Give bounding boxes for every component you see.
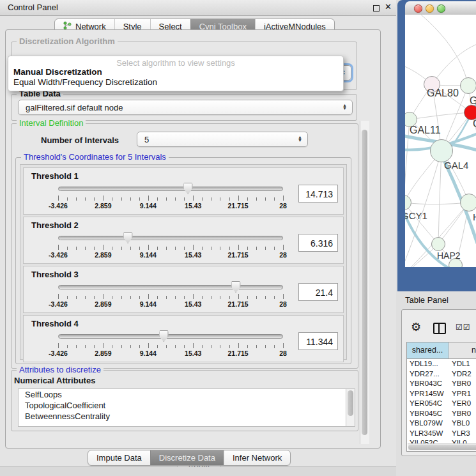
threshold-4-slider[interactable]: -3.4262.8599.14415.4321.71528	[58, 330, 283, 360]
settings-scrollbar[interactable]	[360, 121, 369, 444]
slider-tick-label: 2.859	[95, 300, 111, 308]
slider-tick	[229, 247, 230, 250]
minimize-traffic-light-icon[interactable]	[426, 4, 434, 13]
split-columns-icon[interactable]	[433, 323, 446, 334]
maximize-traffic-light-icon[interactable]	[437, 4, 445, 13]
slider-track[interactable]	[58, 285, 283, 289]
threshold-4-value-field[interactable]: 11.344	[298, 332, 338, 350]
slider-tick	[238, 294, 239, 299]
tab-infer-network[interactable]: Infer Network	[224, 450, 290, 465]
slider-tick	[202, 345, 203, 348]
tab-discretize-data[interactable]: Discretize Data	[150, 450, 224, 465]
slider-tick	[148, 196, 149, 201]
checkbox-icons[interactable]: ☑☑	[456, 323, 471, 332]
threshold-2-value-field[interactable]: 6.316	[298, 234, 338, 252]
slider-tick	[130, 296, 131, 299]
slider-tick	[247, 197, 248, 201]
table-row[interactable]: YBR043CYBR0	[407, 379, 476, 389]
numerical-attributes-list[interactable]: SelfLoops TopologicalCoefficient Between…	[18, 388, 355, 427]
close-traffic-light-icon[interactable]	[414, 4, 422, 13]
node-label-gal80: GAL80	[427, 88, 459, 99]
slider-tick	[94, 247, 95, 250]
threshold-1-value-field[interactable]: 14.713	[298, 185, 338, 203]
network-canvas[interactable]: GAL80 GA C GAL11 GAL4 GCY1 H HAP2	[405, 15, 476, 267]
table-row[interactable]: YPR145WYPR1	[407, 389, 476, 399]
threshold-2-slider[interactable]: -3.4262.8599.14415.4321.71528	[58, 232, 283, 261]
slider-tick-label: 2.859	[95, 202, 111, 210]
list-item[interactable]: SelfLoops	[19, 389, 355, 400]
slider-tick	[283, 196, 284, 201]
table-row[interactable]: YDR27...YDR2	[407, 369, 476, 380]
slider-tick	[67, 296, 68, 299]
gear-icon[interactable]: ⚙	[411, 320, 421, 334]
slider-tick	[247, 247, 248, 250]
network-window-titlebar[interactable]	[405, 1, 476, 15]
slider-track[interactable]	[58, 236, 283, 240]
attributes-group: Attributes to discretize Numerical Attri…	[11, 370, 358, 431]
table-row[interactable]: YLR345WYLR3	[407, 429, 476, 439]
table-row[interactable]: YBL079WYBL0	[407, 418, 476, 429]
slider-thumb[interactable]	[123, 232, 133, 243]
network-node[interactable]	[460, 77, 476, 94]
list-item[interactable]: TopologicalCoefficient	[19, 400, 355, 411]
threshold-3-slider[interactable]: -3.4262.8599.14415.4321.71528	[58, 281, 283, 311]
tab-impute-data[interactable]: Impute Data	[88, 450, 150, 465]
threshold-2-label: Threshold 2	[31, 220, 79, 230]
threshold-2-panel: Threshold 2 -3.4262.8599.14415.4321.7152…	[23, 217, 344, 264]
slider-tick	[175, 296, 176, 299]
slider-tick-label: 21.715	[228, 202, 249, 210]
threshold-3-value-field[interactable]: 21.4	[298, 283, 338, 301]
number-of-intervals-combobox[interactable]: 5 ▲▼	[137, 132, 308, 147]
panel-title: Control Panel	[8, 3, 58, 12]
slider-tick	[238, 245, 239, 250]
network-view-window[interactable]: GAL80 GA C GAL11 GAL4 GCY1 H HAP2	[397, 0, 476, 291]
slider-thumb[interactable]	[159, 330, 169, 342]
slider-tick	[112, 197, 112, 201]
dropdown-option-manual-discretization[interactable]: Manual Discretization	[13, 67, 102, 77]
column-header-shared[interactable]: shared...	[407, 342, 449, 358]
list-scrollbar[interactable]	[346, 389, 355, 426]
slider-tick-label: 21.715	[228, 251, 249, 259]
slider-ticks	[58, 343, 283, 349]
combo-stepper-icon: ▲▼	[342, 104, 347, 110]
dropdown-option-equal-width-frequency[interactable]: Equal Width/Frequency Discretization	[13, 77, 157, 87]
slider-tick-label: 9.144	[140, 251, 157, 259]
slider-tick-label: 28	[279, 202, 287, 210]
table-row[interactable]: YER054CYER0	[407, 399, 476, 409]
close-icon[interactable]: ✕	[385, 2, 392, 12]
slider-tick	[265, 197, 266, 201]
slider-thumb[interactable]	[231, 281, 241, 293]
threshold-1-slider[interactable]: -3.4262.8599.14415.4321.71528	[58, 183, 283, 212]
table-horizontal-scrollbar[interactable]	[408, 443, 476, 450]
network-node[interactable]	[460, 194, 476, 211]
node-label-clipped: H	[473, 211, 476, 222]
slider-track[interactable]	[58, 187, 283, 191]
slider-tick	[85, 296, 86, 299]
slider-tick	[166, 345, 167, 348]
slider-tick-label: 9.144	[140, 202, 157, 210]
slider-tick-label: 9.144	[140, 349, 157, 357]
slider-thumb[interactable]	[183, 183, 193, 194]
slider-tick	[103, 343, 104, 348]
list-item[interactable]: BetweennessCentrality	[19, 411, 355, 422]
slider-tick-label: 15.43	[185, 300, 201, 308]
table-row[interactable]: YDL19...YDL1	[407, 359, 476, 369]
network-node[interactable]	[431, 237, 445, 251]
slider-tick	[76, 247, 77, 250]
float-window-icon[interactable]	[373, 5, 380, 12]
slider-track[interactable]	[58, 334, 283, 339]
slider-tick	[94, 197, 95, 201]
combo-stepper-icon: ▲▼	[298, 136, 302, 142]
node-label-gal4: GAL4	[444, 160, 468, 171]
node-attribute-table: shared... n YDL19...YDL1 YDR27...YDR2 YB…	[406, 342, 476, 452]
table-row[interactable]: YBR045CYBR0	[407, 409, 476, 419]
list-scrollbar-thumb[interactable]	[348, 390, 353, 416]
slider-tick	[202, 296, 203, 299]
slider-tick	[103, 294, 104, 299]
column-header-name[interactable]: n	[449, 342, 476, 358]
settings-scrollbar-thumb[interactable]	[362, 130, 367, 435]
slider-tick	[265, 296, 266, 299]
table-scrollbar-thumb[interactable]	[408, 445, 476, 450]
table-data-combobox[interactable]: galFiltered.sif default node ▲▼	[18, 100, 353, 115]
network-node[interactable]	[430, 139, 453, 162]
